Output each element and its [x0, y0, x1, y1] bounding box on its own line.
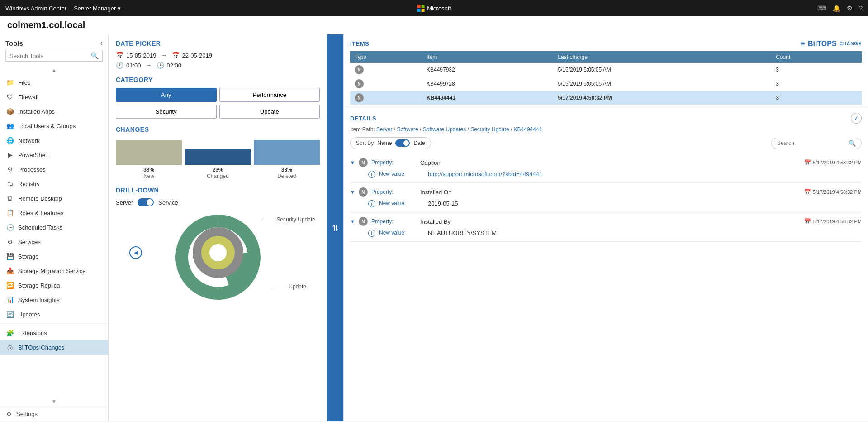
sidebar-item-installed-apps[interactable]: 📦 Installed Apps	[0, 104, 108, 119]
time-from-value[interactable]: 01:00	[126, 62, 141, 69]
item-path-server[interactable]: Server	[376, 126, 392, 133]
change-header-installed-by: ▼ N Property: Installed By 📅 5/17/2019 4…	[350, 215, 862, 228]
item-path-software[interactable]: Software	[397, 126, 418, 133]
item-path-kb[interactable]: KB4494441	[514, 126, 542, 133]
table-row[interactable]: N KB4499728 5/15/2019 5:05:05 AM 3	[350, 77, 862, 91]
category-update-button[interactable]: Update	[219, 105, 320, 119]
details-search-box[interactable]: 🔍	[771, 138, 862, 149]
sidebar-item-registry[interactable]: 🗂 Registry	[0, 177, 108, 191]
details-search-icon[interactable]: 🔍	[849, 140, 856, 147]
microsoft-logo	[417, 5, 424, 12]
content-area: DATE PICKER 📅 15-05-2019 → 📅 22-05-2019	[109, 34, 868, 421]
terminal-icon[interactable]: ⌨	[817, 5, 826, 12]
topbar: Windows Admin Center Server Manager ▾ Mi…	[0, 0, 868, 16]
drill-toggle-switch[interactable]	[138, 198, 154, 206]
sort-name-option[interactable]: Name	[377, 140, 392, 146]
sidebar-item-label: Network	[18, 137, 40, 144]
date-from-value[interactable]: 15-05-2019	[126, 52, 157, 59]
sort-toggle-thumb	[403, 140, 409, 146]
search-tools-input[interactable]	[9, 53, 88, 59]
security-update-label: Security Update	[261, 216, 315, 223]
date-to-value[interactable]: 22-05-2019	[182, 52, 213, 59]
row-last-change: 5/15/2019 5:05:05 AM	[553, 63, 771, 77]
sidebar-item-label: Remote Desktop	[18, 195, 62, 202]
time-to-value[interactable]: 02:00	[167, 62, 182, 69]
search-tools-box[interactable]: 🔍	[5, 50, 103, 62]
sidebar-item-label: Scheduled Tasks	[18, 224, 62, 231]
change-header-installed-on: ▼ N Property: Installed On 📅 5/17/2019 4…	[350, 186, 862, 198]
system-insights-icon: 📊	[6, 296, 14, 303]
help-icon[interactable]: ?	[859, 5, 863, 12]
scroll-down-button[interactable]: ▼	[51, 398, 58, 406]
sidebar-item-powershell[interactable]: ▶ PowerShell	[0, 148, 108, 162]
category-performance-button[interactable]: Performance	[219, 88, 320, 102]
changes-bar-changed	[185, 149, 251, 165]
change-detail-installed-on: i New value: 2019-05-15	[350, 198, 862, 209]
table-row[interactable]: N KB4497932 5/15/2019 5:05:05 AM 3	[350, 63, 862, 77]
panels-layout: DATE PICKER 📅 15-05-2019 → 📅 22-05-2019	[109, 34, 868, 421]
sort-toggle-switch[interactable]	[395, 139, 410, 147]
date-picker-section: DATE PICKER 📅 15-05-2019 → 📅 22-05-2019	[116, 40, 320, 69]
scroll-up-button[interactable]: ▲	[51, 66, 58, 74]
info-icon-caption: i	[368, 171, 375, 178]
sidebar-item-scheduled-tasks[interactable]: 🕒 Scheduled Tasks	[0, 220, 108, 235]
bell-icon[interactable]: 🔔	[833, 5, 840, 12]
sidebar-item-extensions[interactable]: 🧩 Extensions	[0, 326, 108, 340]
category-buttons: Any Performance Security Update	[116, 88, 320, 119]
sidebar-items-list: 📁 Files 🛡 Firewall 📦 Installed Apps 👥 Lo…	[0, 75, 108, 397]
items-table-header-row: Type Item Last change Count	[350, 51, 862, 63]
sidebar-settings[interactable]: ⚙ Settings	[0, 407, 108, 421]
settings-icon[interactable]: ⚙	[847, 5, 853, 12]
update-line	[273, 287, 287, 287]
property-label-installed-on: Property:	[371, 189, 417, 195]
drill-nav-back-button[interactable]: ◀	[129, 246, 142, 259]
drill-toggle-row: Server Service	[116, 198, 320, 206]
sidebar-item-storage-migration[interactable]: 📤 Storage Migration Service	[0, 264, 108, 278]
sidebar-item-label: Updates	[18, 311, 40, 318]
items-header: ITEMS ≡ BiiTOPS CHANGE	[350, 39, 862, 48]
sidebar-collapse-button[interactable]: ‹	[100, 39, 103, 47]
security-update-line	[261, 220, 275, 220]
sidebar-item-biitops-changes[interactable]: ◎ BiiTOps-Changes	[0, 340, 108, 355]
sidebar-item-processes[interactable]: ⚙ Processes	[0, 162, 108, 177]
expand-installed-on-button[interactable]: ▼	[350, 189, 355, 195]
item-path-software-updates[interactable]: Software Updates	[423, 126, 466, 133]
vertical-tab-button[interactable]: ⇌	[327, 34, 343, 421]
category-any-button[interactable]: Any	[116, 88, 217, 102]
sidebar-item-label: Registry	[18, 181, 40, 187]
sidebar-item-remote-desktop[interactable]: 🖥 Remote Desktop	[0, 191, 108, 206]
change-date-installed-on: 📅 5/17/2019 4:58:32 PM	[804, 189, 862, 195]
change-detail-caption: i New value: http://support.microsoft.co…	[350, 169, 862, 180]
new-label: New	[116, 173, 182, 179]
details-collapse-button[interactable]: ✓	[851, 113, 862, 124]
sidebar-item-label: Local Users & Groups	[18, 123, 76, 129]
sidebar-item-label: Roles & Features	[18, 210, 63, 216]
expand-caption-button[interactable]: ▼	[350, 160, 355, 165]
details-search-input[interactable]	[777, 140, 846, 146]
sidebar-item-local-users[interactable]: 👥 Local Users & Groups	[0, 119, 108, 133]
donut-inner-update	[205, 240, 231, 265]
search-icon[interactable]: 🔍	[91, 52, 99, 59]
sidebar-item-firewall[interactable]: 🛡 Firewall	[0, 90, 108, 104]
sidebar-item-roles-features[interactable]: 📋 Roles & Features	[0, 206, 108, 220]
sidebar-item-services[interactable]: ⚙ Services	[0, 235, 108, 249]
sidebar-item-files[interactable]: 📁 Files	[0, 75, 108, 90]
sidebar-item-updates[interactable]: 🔄 Updates	[0, 307, 108, 321]
sidebar-item-label: BiiTOps-Changes	[18, 344, 64, 351]
expand-installed-by-button[interactable]: ▼	[350, 219, 355, 224]
category-security-button[interactable]: Security	[116, 105, 217, 119]
sidebar-item-network[interactable]: 🌐 Network	[0, 133, 108, 148]
item-path-security-update[interactable]: Security Update	[470, 126, 509, 133]
items-table-container: Type Item Last change Count N	[350, 51, 862, 105]
scroll-down-indicator: ▼	[0, 397, 108, 407]
table-row[interactable]: N KB4494441 5/17/2019 4:58:32 PM 3	[350, 91, 862, 105]
server-manager-menu[interactable]: Server Manager ▾	[74, 5, 121, 12]
col-count: Count	[771, 51, 853, 63]
sidebar-item-storage-replica[interactable]: 🔁 Storage Replica	[0, 278, 108, 293]
changes-title: CHANGES	[116, 126, 320, 133]
sort-date-option[interactable]: Date	[413, 140, 425, 146]
sidebar-item-system-insights[interactable]: 📊 System Insights	[0, 293, 108, 307]
changed-pct: 23%	[185, 167, 251, 173]
type-badge: N	[355, 79, 364, 88]
sidebar-item-storage[interactable]: 💾 Storage	[0, 249, 108, 264]
